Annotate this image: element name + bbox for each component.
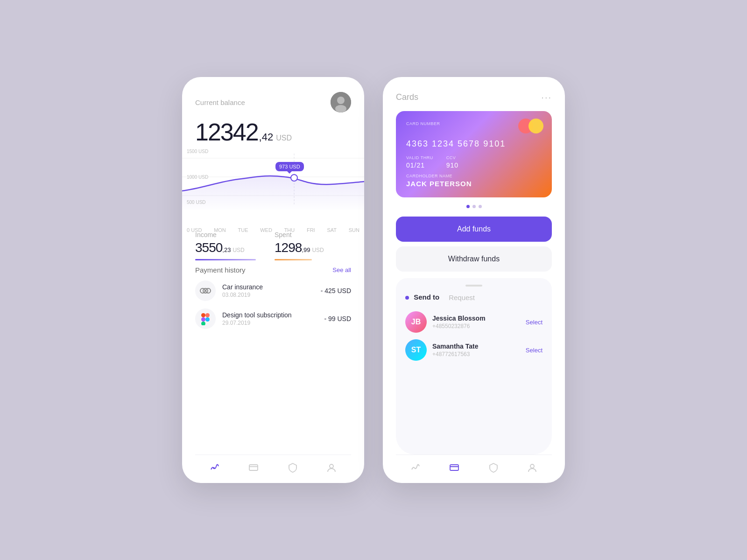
jessica-info: Jessica Blossom +48550232876 (432, 315, 520, 329)
payment-history-header: Payment history See all (195, 266, 351, 274)
mastercard-logo (518, 119, 543, 133)
payment-design-amount: - 99 USD (324, 315, 351, 322)
svg-point-22 (530, 464, 534, 468)
nav-chart-icon-right[interactable] (409, 462, 422, 474)
send-dot (405, 296, 409, 300)
contact-samantha: ST Samantha Tate +48772617563 Select (405, 339, 543, 361)
spent-currency: USD (312, 247, 324, 253)
add-funds-button[interactable]: Add funds (396, 217, 552, 242)
avatar (331, 92, 351, 112)
left-phone: Current balance 12342 ,42 USD 1500 USD 1… (182, 77, 364, 483)
spent-main: 1298 (275, 240, 302, 255)
balance-main: 12342 (195, 118, 258, 146)
card-ccv: CCV 910 (446, 155, 458, 169)
figma-icon (195, 308, 216, 329)
spent-cents: ,99 (302, 246, 310, 253)
payment-car-amount: - 425 USD (321, 287, 351, 294)
chart-container: 1500 USD 1000 USD 500 USD (182, 149, 364, 224)
income-currency: USD (233, 247, 244, 253)
income-main: 3550 (195, 240, 222, 255)
cards-title: Cards (396, 92, 418, 102)
tab-send-to[interactable]: Send to (405, 293, 439, 304)
samantha-select-button[interactable]: Select (526, 347, 543, 354)
see-all-link[interactable]: See all (332, 266, 351, 273)
x-wed: WED (260, 227, 272, 233)
balance-currency: USD (276, 134, 292, 142)
x-0usd: 0 USD (187, 227, 202, 233)
x-tue: TUE (238, 227, 248, 233)
ccv-label: CCV (446, 155, 458, 160)
svg-point-7 (291, 175, 297, 181)
cards-header: Cards ··· (396, 92, 552, 103)
right-phone: Cards ··· CARD NUMBER 4363 1234 5678 910… (383, 77, 565, 483)
svg-point-15 (205, 317, 210, 322)
nav-user-icon-right[interactable] (526, 462, 538, 474)
payment-item-design: Design tool subscription 29.07.2019 - 99… (195, 308, 351, 329)
card-dots-indicator (396, 205, 552, 208)
balance-label: Current balance (195, 98, 245, 106)
x-thu: THU (284, 227, 295, 233)
holder-name: JACK PETERSON (406, 180, 542, 188)
spent-block: Spent 1298 ,99 USD (275, 231, 324, 260)
payment-car-date: 03.08.2019 (222, 292, 314, 298)
left-bottom-nav (195, 455, 351, 483)
send-tabs: Send to Request (405, 293, 543, 304)
ccv-value: 910 (446, 161, 458, 169)
income-cents: ,23 (222, 246, 231, 253)
payment-design-info: Design tool subscription 29.07.2019 (222, 311, 317, 326)
svg-rect-11 (201, 313, 205, 317)
jessica-name: Jessica Blossom (432, 315, 520, 322)
tab-request[interactable]: Request (449, 294, 475, 303)
nav-shield-icon[interactable] (287, 462, 299, 474)
income-amount: 3550 ,23 USD (195, 240, 256, 255)
jessica-phone: +48550232876 (432, 323, 520, 329)
payment-car-name: Car insurance (222, 283, 314, 291)
jessica-select-button[interactable]: Select (526, 319, 543, 326)
payment-design-name: Design tool subscription (222, 311, 317, 319)
samantha-info: Samantha Tate +48772617563 (432, 343, 520, 357)
mastercard-circle-right (529, 119, 543, 133)
balance-header: Current balance (195, 92, 351, 112)
dot-1 (466, 205, 470, 208)
contact-jessica: JB Jessica Blossom +48550232876 Select (405, 311, 543, 333)
nav-chart-icon[interactable] (209, 462, 221, 474)
samantha-avatar: ST (405, 339, 427, 361)
y-label-1000: 1000 USD (187, 175, 208, 180)
y-label-1500: 1500 USD (187, 149, 208, 154)
credit-card: CARD NUMBER 4363 1234 5678 9101 VALID TH… (396, 111, 552, 197)
x-mon: MON (214, 227, 226, 233)
svg-point-2 (335, 105, 346, 112)
card-number-label: CARD NUMBER (406, 121, 542, 126)
withdraw-funds-button[interactable]: Withdraw funds (396, 246, 552, 272)
y-label-500: 500 USD (187, 200, 208, 205)
more-options-button[interactable]: ··· (541, 92, 552, 103)
audi-icon (195, 280, 216, 301)
payment-car-info: Car insurance 03.08.2019 (222, 283, 314, 298)
chart-x-labels: 0 USD MON TUE WED THU FRI SAT SUN (182, 225, 364, 233)
balance-cents: ,42 (259, 131, 274, 143)
x-sun: SUN (349, 227, 359, 233)
payment-item-car: Car insurance 03.08.2019 - 425 USD (195, 280, 351, 301)
balance-amount: 12342 ,42 USD (195, 118, 351, 146)
holder-label: CARDHOLDER NAME (406, 174, 542, 178)
samantha-phone: +48772617563 (432, 351, 520, 357)
nav-user-icon[interactable] (325, 462, 338, 474)
payment-history-title: Payment history (195, 266, 246, 274)
card-details-row: VALID THRU 01/21 CCV 910 (406, 155, 542, 169)
nav-card-icon[interactable] (247, 462, 260, 474)
nav-card-icon-right[interactable] (448, 462, 460, 474)
card-valid-thru: VALID THRU 01/21 (406, 155, 433, 169)
payment-design-date: 29.07.2019 (222, 320, 317, 326)
payment-history-section: Payment history See all Car insurance 03… (195, 266, 351, 336)
income-block: Income 3550 ,23 USD (195, 231, 256, 260)
svg-rect-13 (201, 317, 205, 322)
dot-2 (472, 205, 476, 208)
svg-point-1 (337, 97, 345, 104)
card-number: 4363 1234 5678 9101 (406, 139, 542, 149)
spent-bar (275, 259, 312, 260)
send-panel: Send to Request JB Jessica Blossom +4855… (396, 278, 552, 455)
svg-rect-12 (205, 313, 210, 317)
nav-shield-icon-right[interactable] (487, 462, 500, 474)
dot-3 (479, 205, 482, 208)
x-sat: SAT (327, 227, 337, 233)
